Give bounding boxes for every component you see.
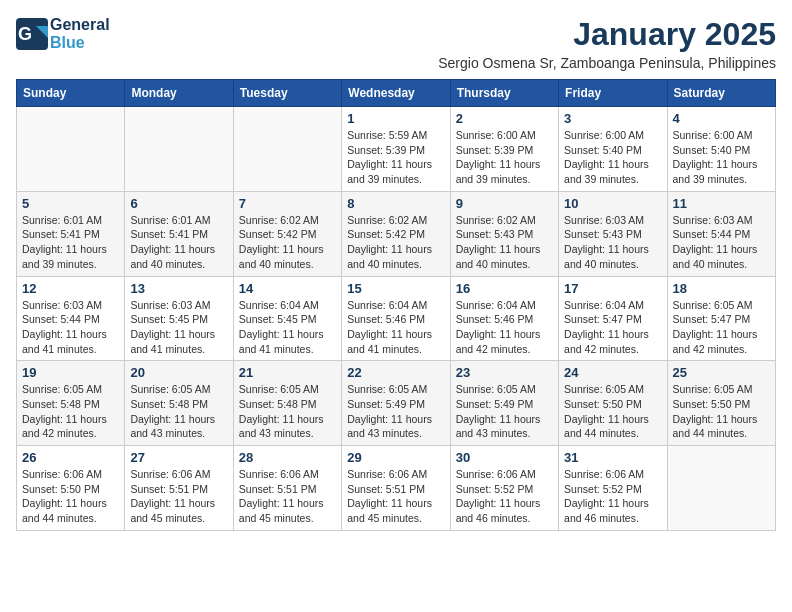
day-detail: Sunrise: 6:01 AM Sunset: 5:41 PM Dayligh…	[22, 213, 119, 272]
calendar-cell: 4Sunrise: 6:00 AM Sunset: 5:40 PM Daylig…	[667, 107, 775, 192]
day-detail: Sunrise: 5:59 AM Sunset: 5:39 PM Dayligh…	[347, 128, 444, 187]
calendar-cell: 9Sunrise: 6:02 AM Sunset: 5:43 PM Daylig…	[450, 191, 558, 276]
calendar-cell: 15Sunrise: 6:04 AM Sunset: 5:46 PM Dayli…	[342, 276, 450, 361]
calendar-subtitle: Sergio Osmena Sr, Zamboanga Peninsula, P…	[438, 55, 776, 71]
day-detail: Sunrise: 6:04 AM Sunset: 5:47 PM Dayligh…	[564, 298, 661, 357]
day-detail: Sunrise: 6:02 AM Sunset: 5:42 PM Dayligh…	[239, 213, 336, 272]
day-number: 20	[130, 365, 227, 380]
calendar-cell: 8Sunrise: 6:02 AM Sunset: 5:42 PM Daylig…	[342, 191, 450, 276]
calendar-cell: 3Sunrise: 6:00 AM Sunset: 5:40 PM Daylig…	[559, 107, 667, 192]
calendar-cell: 23Sunrise: 6:05 AM Sunset: 5:49 PM Dayli…	[450, 361, 558, 446]
calendar-cell: 5Sunrise: 6:01 AM Sunset: 5:41 PM Daylig…	[17, 191, 125, 276]
day-number: 11	[673, 196, 770, 211]
day-number: 2	[456, 111, 553, 126]
day-number: 31	[564, 450, 661, 465]
calendar-cell: 24Sunrise: 6:05 AM Sunset: 5:50 PM Dayli…	[559, 361, 667, 446]
weekday-header-tuesday: Tuesday	[233, 80, 341, 107]
calendar-cell: 28Sunrise: 6:06 AM Sunset: 5:51 PM Dayli…	[233, 446, 341, 531]
day-number: 9	[456, 196, 553, 211]
calendar-cell	[233, 107, 341, 192]
day-number: 17	[564, 281, 661, 296]
page-header: G General Blue January 2025 Sergio Osmen…	[16, 16, 776, 71]
logo-general-text: General	[50, 16, 110, 34]
weekday-header-monday: Monday	[125, 80, 233, 107]
day-detail: Sunrise: 6:06 AM Sunset: 5:51 PM Dayligh…	[347, 467, 444, 526]
weekday-header-saturday: Saturday	[667, 80, 775, 107]
calendar-cell: 17Sunrise: 6:04 AM Sunset: 5:47 PM Dayli…	[559, 276, 667, 361]
day-number: 16	[456, 281, 553, 296]
day-number: 12	[22, 281, 119, 296]
day-number: 26	[22, 450, 119, 465]
calendar-week-row: 26Sunrise: 6:06 AM Sunset: 5:50 PM Dayli…	[17, 446, 776, 531]
day-number: 1	[347, 111, 444, 126]
calendar-week-row: 1Sunrise: 5:59 AM Sunset: 5:39 PM Daylig…	[17, 107, 776, 192]
calendar-cell: 16Sunrise: 6:04 AM Sunset: 5:46 PM Dayli…	[450, 276, 558, 361]
day-number: 22	[347, 365, 444, 380]
svg-text:G: G	[18, 24, 32, 44]
day-number: 28	[239, 450, 336, 465]
day-detail: Sunrise: 6:01 AM Sunset: 5:41 PM Dayligh…	[130, 213, 227, 272]
logo-icon: G	[16, 18, 48, 50]
calendar-cell: 18Sunrise: 6:05 AM Sunset: 5:47 PM Dayli…	[667, 276, 775, 361]
calendar-cell: 2Sunrise: 6:00 AM Sunset: 5:39 PM Daylig…	[450, 107, 558, 192]
day-detail: Sunrise: 6:05 AM Sunset: 5:49 PM Dayligh…	[347, 382, 444, 441]
day-detail: Sunrise: 6:05 AM Sunset: 5:48 PM Dayligh…	[130, 382, 227, 441]
title-section: January 2025 Sergio Osmena Sr, Zamboanga…	[438, 16, 776, 71]
calendar-cell: 13Sunrise: 6:03 AM Sunset: 5:45 PM Dayli…	[125, 276, 233, 361]
day-detail: Sunrise: 6:05 AM Sunset: 5:48 PM Dayligh…	[22, 382, 119, 441]
day-detail: Sunrise: 6:05 AM Sunset: 5:49 PM Dayligh…	[456, 382, 553, 441]
day-detail: Sunrise: 6:06 AM Sunset: 5:52 PM Dayligh…	[564, 467, 661, 526]
day-number: 10	[564, 196, 661, 211]
day-detail: Sunrise: 6:04 AM Sunset: 5:46 PM Dayligh…	[456, 298, 553, 357]
day-number: 15	[347, 281, 444, 296]
weekday-header-sunday: Sunday	[17, 80, 125, 107]
calendar-cell: 14Sunrise: 6:04 AM Sunset: 5:45 PM Dayli…	[233, 276, 341, 361]
day-detail: Sunrise: 6:04 AM Sunset: 5:46 PM Dayligh…	[347, 298, 444, 357]
day-detail: Sunrise: 6:03 AM Sunset: 5:43 PM Dayligh…	[564, 213, 661, 272]
day-detail: Sunrise: 6:05 AM Sunset: 5:47 PM Dayligh…	[673, 298, 770, 357]
day-number: 8	[347, 196, 444, 211]
day-detail: Sunrise: 6:05 AM Sunset: 5:50 PM Dayligh…	[673, 382, 770, 441]
day-detail: Sunrise: 6:03 AM Sunset: 5:45 PM Dayligh…	[130, 298, 227, 357]
day-detail: Sunrise: 6:06 AM Sunset: 5:51 PM Dayligh…	[239, 467, 336, 526]
weekday-header-wednesday: Wednesday	[342, 80, 450, 107]
calendar-week-row: 5Sunrise: 6:01 AM Sunset: 5:41 PM Daylig…	[17, 191, 776, 276]
day-number: 29	[347, 450, 444, 465]
calendar-cell: 10Sunrise: 6:03 AM Sunset: 5:43 PM Dayli…	[559, 191, 667, 276]
day-number: 3	[564, 111, 661, 126]
calendar-cell: 1Sunrise: 5:59 AM Sunset: 5:39 PM Daylig…	[342, 107, 450, 192]
day-detail: Sunrise: 6:06 AM Sunset: 5:52 PM Dayligh…	[456, 467, 553, 526]
day-number: 14	[239, 281, 336, 296]
calendar-cell: 19Sunrise: 6:05 AM Sunset: 5:48 PM Dayli…	[17, 361, 125, 446]
calendar-cell: 20Sunrise: 6:05 AM Sunset: 5:48 PM Dayli…	[125, 361, 233, 446]
calendar-cell: 6Sunrise: 6:01 AM Sunset: 5:41 PM Daylig…	[125, 191, 233, 276]
day-number: 18	[673, 281, 770, 296]
day-detail: Sunrise: 6:03 AM Sunset: 5:44 PM Dayligh…	[673, 213, 770, 272]
day-number: 21	[239, 365, 336, 380]
day-detail: Sunrise: 6:00 AM Sunset: 5:40 PM Dayligh…	[673, 128, 770, 187]
calendar-cell: 21Sunrise: 6:05 AM Sunset: 5:48 PM Dayli…	[233, 361, 341, 446]
day-number: 27	[130, 450, 227, 465]
calendar-cell: 31Sunrise: 6:06 AM Sunset: 5:52 PM Dayli…	[559, 446, 667, 531]
day-number: 7	[239, 196, 336, 211]
day-detail: Sunrise: 6:02 AM Sunset: 5:43 PM Dayligh…	[456, 213, 553, 272]
calendar-table: SundayMondayTuesdayWednesdayThursdayFrid…	[16, 79, 776, 531]
calendar-cell: 11Sunrise: 6:03 AM Sunset: 5:44 PM Dayli…	[667, 191, 775, 276]
weekday-header-row: SundayMondayTuesdayWednesdayThursdayFrid…	[17, 80, 776, 107]
day-number: 30	[456, 450, 553, 465]
day-detail: Sunrise: 6:06 AM Sunset: 5:50 PM Dayligh…	[22, 467, 119, 526]
day-detail: Sunrise: 6:04 AM Sunset: 5:45 PM Dayligh…	[239, 298, 336, 357]
calendar-cell	[667, 446, 775, 531]
calendar-cell	[125, 107, 233, 192]
calendar-cell: 29Sunrise: 6:06 AM Sunset: 5:51 PM Dayli…	[342, 446, 450, 531]
calendar-cell: 7Sunrise: 6:02 AM Sunset: 5:42 PM Daylig…	[233, 191, 341, 276]
calendar-cell: 27Sunrise: 6:06 AM Sunset: 5:51 PM Dayli…	[125, 446, 233, 531]
calendar-cell: 22Sunrise: 6:05 AM Sunset: 5:49 PM Dayli…	[342, 361, 450, 446]
calendar-cell: 26Sunrise: 6:06 AM Sunset: 5:50 PM Dayli…	[17, 446, 125, 531]
day-number: 23	[456, 365, 553, 380]
calendar-cell: 30Sunrise: 6:06 AM Sunset: 5:52 PM Dayli…	[450, 446, 558, 531]
calendar-week-row: 19Sunrise: 6:05 AM Sunset: 5:48 PM Dayli…	[17, 361, 776, 446]
weekday-header-friday: Friday	[559, 80, 667, 107]
day-number: 19	[22, 365, 119, 380]
day-number: 5	[22, 196, 119, 211]
